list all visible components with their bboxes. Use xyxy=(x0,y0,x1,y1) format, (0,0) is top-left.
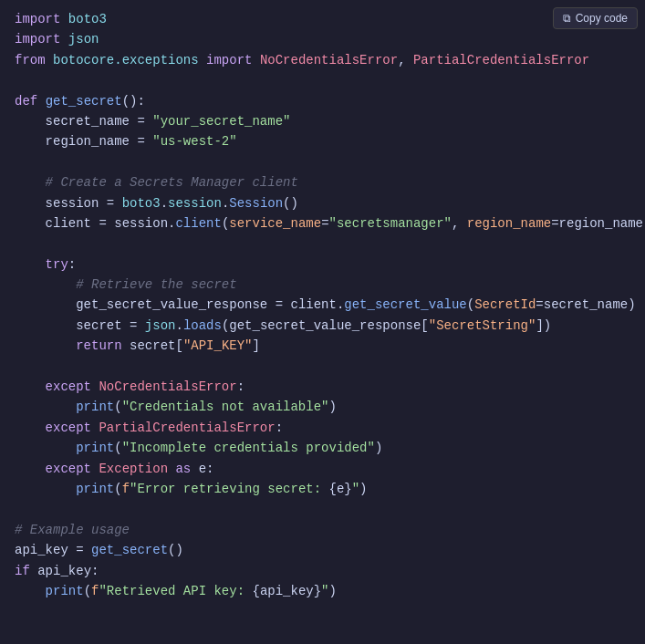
code-block: ⧉ Copy code import boto3 import json fro… xyxy=(0,0,645,610)
code-line-1: import boto3 xyxy=(0,9,645,29)
code-line-15: get_secret_value_response = client.get_s… xyxy=(0,295,645,315)
code-line-18 xyxy=(0,357,645,377)
code-line-17: return secret["API_KEY"] xyxy=(0,336,645,356)
code-line-28: if api_key: xyxy=(0,561,645,581)
code-line-13: try: xyxy=(0,254,645,275)
code-line-24: print(f"Error retrieving secret: {e}") xyxy=(0,479,645,499)
copy-code-button[interactable]: ⧉ Copy code xyxy=(553,7,638,29)
code-line-27: api_key = get_secret() xyxy=(0,540,645,560)
code-line-3: from botocore.exceptions import NoCreden… xyxy=(0,50,645,70)
code-line-9: # Create a Secrets Manager client xyxy=(0,172,645,192)
code-line-11: client = session.client(service_name="se… xyxy=(0,213,645,234)
code-line-7: region_name = "us-west-2" xyxy=(0,131,645,151)
code-line-12 xyxy=(0,234,645,254)
code-line-4 xyxy=(0,70,645,90)
code-line-10: session = boto3.session.Session() xyxy=(0,193,645,213)
code-line-25 xyxy=(0,499,645,519)
code-line-29: print(f"Retrieved API key: {api_key}") xyxy=(0,581,645,601)
code-line-22: print("Incomplete credentials provided") xyxy=(0,438,645,458)
code-line-2: import json xyxy=(0,29,645,49)
code-line-20: print("Credentials not available") xyxy=(0,397,645,417)
code-line-23: except Exception as e: xyxy=(0,459,645,479)
code-line-5: def get_secret(): xyxy=(0,91,645,111)
code-line-14: # Retrieve the secret xyxy=(0,275,645,295)
code-line-8 xyxy=(0,152,645,172)
copy-icon: ⧉ xyxy=(563,12,571,25)
code-line-26: # Example usage xyxy=(0,520,645,540)
copy-button-label: Copy code xyxy=(576,12,628,25)
code-line-16: secret = json.loads(get_secret_value_res… xyxy=(0,316,645,336)
code-line-21: except PartialCredentialsError: xyxy=(0,418,645,438)
code-line-19: except NoCredentialsError: xyxy=(0,377,645,397)
code-line-6: secret_name = "your_secret_name" xyxy=(0,111,645,131)
